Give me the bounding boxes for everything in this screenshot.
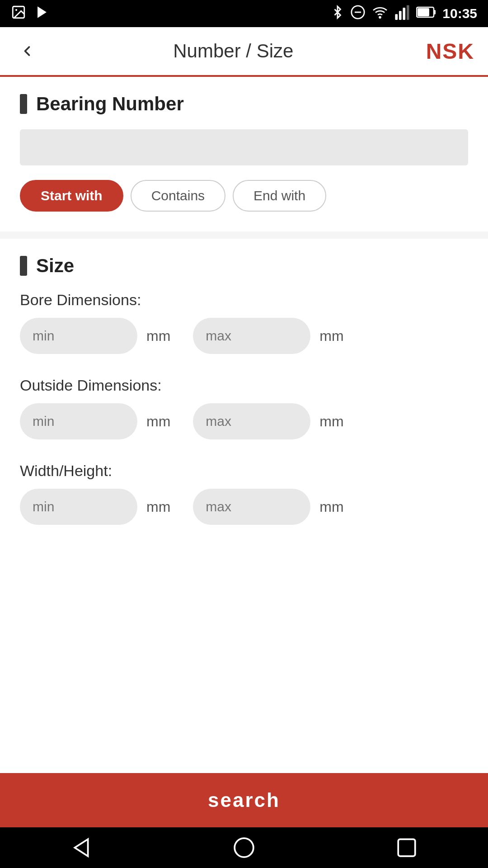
svg-point-14 bbox=[235, 838, 253, 857]
outside-dimensions-group: Outside Dimensions: mm mm bbox=[20, 377, 468, 439]
android-home-button[interactable] bbox=[226, 830, 262, 866]
play-icon bbox=[34, 5, 50, 23]
bore-max-input[interactable] bbox=[193, 318, 310, 354]
svg-marker-13 bbox=[75, 839, 88, 856]
battery-icon bbox=[416, 6, 436, 22]
svg-point-5 bbox=[380, 16, 381, 18]
svg-marker-2 bbox=[38, 6, 47, 18]
search-button[interactable]: search bbox=[0, 773, 488, 827]
bore-dimension-inputs: mm mm bbox=[20, 318, 468, 354]
svg-rect-15 bbox=[398, 839, 415, 856]
end-with-button[interactable]: End with bbox=[233, 180, 326, 212]
image-icon bbox=[11, 5, 26, 23]
bearing-section-indicator bbox=[20, 94, 27, 114]
outside-min-input[interactable] bbox=[20, 403, 137, 439]
bore-min-unit: mm bbox=[146, 328, 170, 344]
wifi-icon bbox=[372, 5, 388, 23]
size-header: Size bbox=[20, 255, 468, 277]
width-min-input[interactable] bbox=[20, 489, 137, 525]
signal-icon bbox=[394, 5, 410, 23]
contains-button[interactable]: Contains bbox=[131, 180, 225, 212]
svg-rect-7 bbox=[399, 11, 402, 20]
width-min-unit: mm bbox=[146, 499, 170, 515]
size-title: Size bbox=[36, 255, 74, 277]
main-content: Bearing Number Start with Contains End w… bbox=[0, 77, 488, 773]
start-with-button[interactable]: Start with bbox=[20, 180, 123, 212]
svg-rect-9 bbox=[407, 5, 409, 20]
width-height-label: Width/Height: bbox=[20, 462, 468, 480]
size-section-indicator bbox=[20, 256, 27, 276]
bearing-number-header: Bearing Number bbox=[20, 93, 468, 115]
bore-max-unit: mm bbox=[319, 328, 343, 344]
android-back-button[interactable] bbox=[63, 830, 99, 866]
back-button[interactable] bbox=[14, 38, 41, 65]
outside-dimension-inputs: mm mm bbox=[20, 403, 468, 439]
width-max-input[interactable] bbox=[193, 489, 310, 525]
bore-min-input[interactable] bbox=[20, 318, 137, 354]
bearing-number-input[interactable] bbox=[20, 129, 468, 165]
bearing-number-title: Bearing Number bbox=[36, 93, 184, 115]
minus-circle-icon bbox=[350, 5, 366, 23]
status-bar-left-icons bbox=[11, 5, 50, 23]
nav-bar: Number / Size NSK bbox=[0, 27, 488, 77]
outside-dimensions-label: Outside Dimensions: bbox=[20, 377, 468, 394]
bore-dimensions-group: Bore Dimensions: mm mm bbox=[20, 291, 468, 354]
width-max-unit: mm bbox=[319, 499, 343, 515]
status-bar-right-icons: 10:35 bbox=[331, 5, 477, 23]
outside-max-unit: mm bbox=[319, 413, 343, 430]
svg-rect-12 bbox=[418, 8, 429, 16]
nsk-logo: NSK bbox=[426, 39, 474, 64]
width-height-inputs: mm mm bbox=[20, 489, 468, 525]
size-section: Size Bore Dimensions: mm mm Outside Dime… bbox=[0, 239, 488, 773]
android-recent-button[interactable] bbox=[389, 830, 425, 866]
svg-rect-6 bbox=[395, 14, 398, 20]
bearing-number-section: Bearing Number Start with Contains End w… bbox=[0, 77, 488, 231]
bluetooth-icon bbox=[331, 5, 344, 23]
svg-rect-11 bbox=[434, 10, 436, 14]
time-display: 10:35 bbox=[442, 6, 477, 21]
svg-rect-8 bbox=[403, 8, 406, 20]
status-bar: 10:35 bbox=[0, 0, 488, 27]
filter-button-group: Start with Contains End with bbox=[20, 180, 468, 212]
svg-point-1 bbox=[15, 9, 17, 10]
outside-max-input[interactable] bbox=[193, 403, 310, 439]
bore-dimensions-label: Bore Dimensions: bbox=[20, 291, 468, 309]
android-nav-bar bbox=[0, 827, 488, 868]
page-title: Number / Size bbox=[173, 40, 293, 62]
width-height-group: Width/Height: mm mm bbox=[20, 462, 468, 525]
outside-min-unit: mm bbox=[146, 413, 170, 430]
